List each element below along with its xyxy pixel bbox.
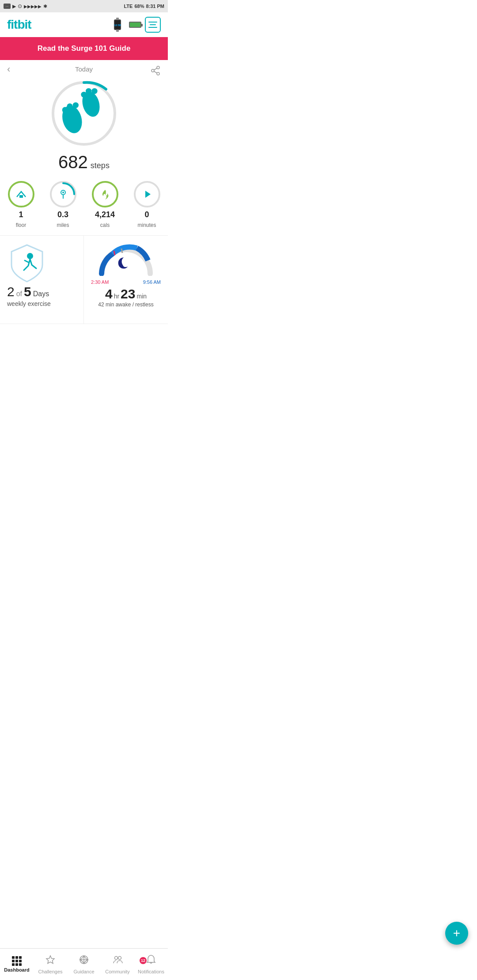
cards-grid: 2 of 5 Days weekly exercise <box>0 235 168 324</box>
sleep-end: 9:56 AM <box>143 279 161 285</box>
floors-value: 1 <box>19 210 23 219</box>
stat-floors[interactable]: 1 floor <box>8 181 34 228</box>
svg-point-17 <box>86 88 91 94</box>
battery-percent: 68% <box>134 4 144 9</box>
svg-point-7 <box>157 72 159 75</box>
exercise-unit: Days <box>33 290 49 298</box>
svg-point-15 <box>73 102 79 108</box>
svg-line-24 <box>114 251 115 255</box>
today-label: Today <box>7 65 161 73</box>
steps-count: 682 <box>58 152 88 172</box>
steps-container: 682 steps <box>0 78 168 177</box>
watch-icon[interactable]: 12:58 <box>110 17 125 33</box>
sleep-start: 2:30 AM <box>91 279 109 285</box>
top-bar: fitbit 12:58 <box>0 12 168 37</box>
steps-display: 682 steps <box>58 149 110 172</box>
chrome-icon: ⊙ <box>18 3 22 9</box>
stats-row: 1 floor 0.3 miles 4,214 cals <box>0 177 168 235</box>
svg-point-18 <box>91 88 97 94</box>
svg-point-13 <box>62 107 68 113</box>
sleep-minutes: 23 <box>121 286 135 302</box>
svg-line-9 <box>154 72 157 73</box>
cals-label: cals <box>100 222 110 228</box>
exercise-of: of <box>16 290 22 298</box>
sleep-hr-label: hr <box>114 293 119 300</box>
steps-unit: steps <box>91 161 110 170</box>
sleep-hours: 4 <box>105 286 113 302</box>
svg-point-6 <box>151 69 154 72</box>
sleep-card[interactable]: 2:30 AM 9:56 AM 4 hr 23 min 42 min awake… <box>84 236 168 324</box>
menu-line-1 <box>148 22 157 23</box>
surge-guide-banner[interactable]: Read the Surge 101 Guide <box>0 37 168 60</box>
svg-point-5 <box>157 66 159 69</box>
exercise-current: 2 <box>7 284 15 299</box>
sleep-min-label: min <box>136 293 147 300</box>
sleep-times: 2:30 AM 9:56 AM <box>91 279 161 285</box>
status-bar: ▶ ⊙ ▶▶▶▶▶ ✱ LTE 68% 8:31 PM <box>0 0 168 12</box>
bluetooth-icon: ✱ <box>43 4 47 9</box>
exercise-card[interactable]: 2 of 5 Days weekly exercise <box>0 236 84 324</box>
miles-value: 0.3 <box>57 210 68 219</box>
fitbit-logo: fitbit <box>7 18 31 32</box>
svg-rect-4 <box>116 30 119 32</box>
sleep-restless: 42 min awake / restless <box>98 302 153 308</box>
share-button[interactable] <box>150 65 161 78</box>
time-display: 8:31 PM <box>146 4 164 9</box>
steps-circle[interactable] <box>49 78 119 149</box>
floors-label: floor <box>16 222 26 228</box>
top-bar-right: 12:58 <box>110 17 161 33</box>
stat-miles[interactable]: 0.3 miles <box>50 181 76 228</box>
stat-minutes[interactable]: 0 minutes <box>134 181 160 228</box>
battery-indicator <box>129 22 141 28</box>
svg-rect-3 <box>116 18 119 20</box>
svg-rect-19 <box>19 195 23 198</box>
status-right: LTE 68% 8:31 PM <box>124 4 164 9</box>
today-section: Today ‹ <box>0 60 168 78</box>
svg-line-8 <box>154 68 157 70</box>
svg-text:12:58: 12:58 <box>114 24 121 26</box>
menu-button[interactable] <box>145 17 161 33</box>
sleep-gauge <box>97 243 155 276</box>
minutes-circle <box>134 181 160 207</box>
exercise-icon <box>7 243 47 283</box>
svg-point-16 <box>81 92 87 98</box>
exercise-total: 5 <box>24 284 31 299</box>
stat-cals[interactable]: 4,214 cals <box>92 181 118 228</box>
svg-marker-22 <box>145 191 151 198</box>
cals-circle <box>92 181 118 207</box>
notification-dot <box>4 4 11 9</box>
status-left: ▶ ⊙ ▶▶▶▶▶ ✱ <box>4 3 47 9</box>
play-icon: ▶ <box>12 4 16 9</box>
prev-arrow[interactable]: ‹ <box>7 64 10 75</box>
svg-point-23 <box>27 253 33 259</box>
svg-line-25 <box>121 249 122 253</box>
youtube-icons: ▶▶▶▶▶ <box>24 4 42 9</box>
miles-label: miles <box>57 222 69 228</box>
menu-line-2 <box>150 24 156 25</box>
miles-circle <box>50 181 76 207</box>
menu-line-3 <box>148 27 157 28</box>
minutes-value: 0 <box>144 210 149 219</box>
banner-text: Read the Surge 101 Guide <box>38 44 131 53</box>
lte-label: LTE <box>124 4 132 9</box>
minutes-label: minutes <box>137 222 156 228</box>
floors-circle <box>8 181 34 207</box>
cals-value: 4,214 <box>95 210 115 219</box>
svg-point-14 <box>67 103 72 109</box>
exercise-label: weekly exercise <box>7 300 51 307</box>
